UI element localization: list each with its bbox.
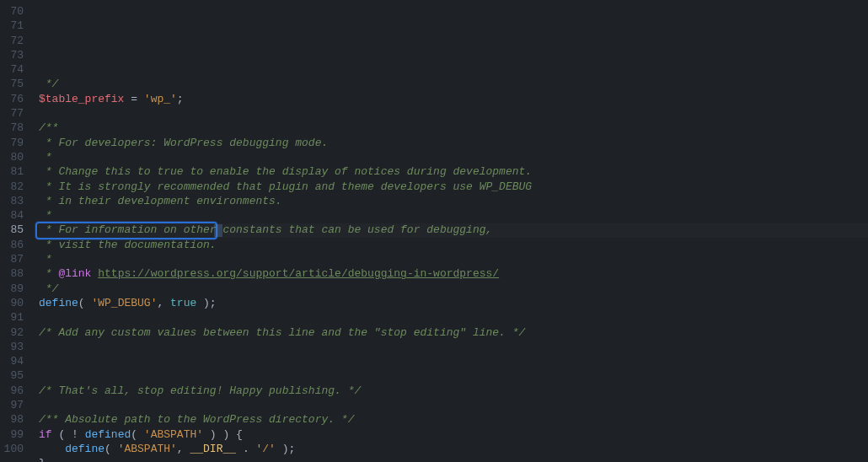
line-number: 72 <box>0 34 24 48</box>
token-comment: /* That's all, stop editing! Happy publi… <box>39 384 361 397</box>
token-string: 'ABSPATH' <box>144 428 203 441</box>
line-number: 76 <box>0 92 24 106</box>
line-number: 99 <box>0 427 24 442</box>
token-comment: */ <box>39 282 58 295</box>
token-bool: true <box>170 297 196 309</box>
line-number: 81 <box>0 164 24 179</box>
code-line[interactable]: * @link https://wordpress.org/support/ar… <box>39 266 868 281</box>
code-line[interactable]: * in their development environments. <box>39 194 868 208</box>
line-number: 98 <box>0 412 24 427</box>
line-number-gutter: 7071727374757677787980818283848586878889… <box>0 0 39 462</box>
token-punct: . <box>236 443 255 455</box>
token-comment: /** Absolute path to the WordPress direc… <box>39 413 354 426</box>
line-number: 91 <box>0 310 24 325</box>
token-func: defined <box>85 428 131 441</box>
token-punct: ) ) { <box>203 428 243 441</box>
line-number: 84 <box>0 208 24 223</box>
token-comment: * <box>39 267 58 280</box>
code-line[interactable] <box>39 398 868 412</box>
line-number: 86 <box>0 238 24 252</box>
code-line[interactable]: * visit the documentation. <box>39 238 868 252</box>
token-comment: * It is strongly recommended that plugin… <box>39 180 532 193</box>
token-const: __DIR__ <box>190 443 236 455</box>
line-number: 74 <box>0 62 24 77</box>
code-line[interactable]: $table_prefix = 'wp_'; <box>39 92 868 106</box>
code-line[interactable] <box>39 340 868 354</box>
line-number: 95 <box>0 368 24 383</box>
line-number: 96 <box>0 384 24 398</box>
code-line[interactable]: if ( ! defined( 'ABSPATH' ) ) { <box>39 427 868 442</box>
token-tag: @link <box>58 267 91 280</box>
code-line[interactable]: * For information on other constants tha… <box>39 223 868 237</box>
token-punct: ); <box>276 443 295 455</box>
token-comment: * For developers: WordPress debugging mo… <box>39 137 328 149</box>
token-keyword: if <box>39 428 52 441</box>
line-number: 78 <box>0 121 24 135</box>
line-number: 100 <box>0 442 24 456</box>
line-number: 75 <box>0 77 24 91</box>
token-comment: * <box>39 253 52 266</box>
line-number: 82 <box>0 180 24 194</box>
token-string: 'ABSPATH' <box>118 443 177 455</box>
code-line[interactable]: */ <box>39 77 868 91</box>
code-line[interactable]: define( 'WP_DEBUG', true ); <box>39 296 868 310</box>
line-number: 87 <box>0 252 24 266</box>
code-area[interactable]: */$table_prefix = 'wp_';/** * For develo… <box>39 0 868 462</box>
code-line[interactable]: * For developers: WordPress debugging mo… <box>39 136 868 150</box>
code-line[interactable]: /* That's all, stop editing! Happy publi… <box>39 384 868 398</box>
token-comment: * Change this to true to enable the disp… <box>39 165 532 178</box>
code-line[interactable]: * It is strongly recommended that plugin… <box>39 180 868 194</box>
code-editor[interactable]: 7071727374757677787980818283848586878889… <box>0 0 868 462</box>
token-var: $table_prefix <box>39 93 124 105</box>
code-line[interactable]: /* Add any custom values between this li… <box>39 325 868 340</box>
code-line[interactable]: * Change this to true to enable the disp… <box>39 164 868 179</box>
line-number: 80 <box>0 150 24 164</box>
line-number: 93 <box>0 340 24 354</box>
code-line[interactable] <box>39 354 868 368</box>
line-number: 70 <box>0 4 24 19</box>
token-punct: , <box>157 297 170 309</box>
code-line[interactable]: /** <box>39 121 868 135</box>
token-punct: , <box>177 443 190 455</box>
code-line[interactable]: define( 'ABSPATH', __DIR__ . '/' ); <box>39 442 868 456</box>
token-punct: ( ! <box>52 428 85 441</box>
token-punct: ; <box>177 93 184 105</box>
line-number: 73 <box>0 48 24 62</box>
token-punct: ( <box>131 428 144 441</box>
token-punct: ( <box>104 443 118 455</box>
code-line[interactable]: * <box>39 208 868 223</box>
token-comment: * For information on other constants tha… <box>39 223 492 236</box>
token-string: 'wp_' <box>144 93 177 105</box>
line-number: 83 <box>0 194 24 208</box>
token-string: '/' <box>255 443 275 455</box>
token-punct <box>39 443 65 455</box>
line-number: 90 <box>0 296 24 310</box>
token-func: define <box>39 297 78 309</box>
line-number: 88 <box>0 266 24 281</box>
token-comment: /* Add any custom values between this li… <box>39 326 525 339</box>
token-comment: /** <box>39 121 58 134</box>
code-line[interactable]: * <box>39 150 868 164</box>
line-number: 85 <box>0 223 24 237</box>
line-number: 92 <box>0 325 24 340</box>
token-punct: = <box>124 93 143 105</box>
code-line[interactable]: } <box>39 456 868 462</box>
token-comment: * <box>39 209 52 222</box>
code-line[interactable]: * <box>39 252 868 266</box>
code-line[interactable]: /** Absolute path to the WordPress direc… <box>39 412 868 427</box>
line-number: 71 <box>0 19 24 33</box>
token-comment: */ <box>39 78 58 90</box>
code-line[interactable] <box>39 106 868 121</box>
token-punct: } <box>39 457 46 462</box>
token-link: https://wordpress.org/support/article/de… <box>98 267 499 280</box>
code-line[interactable] <box>39 368 868 383</box>
code-line[interactable]: */ <box>39 282 868 296</box>
token-punct: ); <box>196 297 216 309</box>
line-number: 97 <box>0 398 24 412</box>
token-comment: * in their development environments. <box>39 195 282 207</box>
token-comment: * visit the documentation. <box>39 239 217 251</box>
token-func: define <box>65 443 104 455</box>
code-line[interactable] <box>39 310 868 325</box>
line-number: 89 <box>0 282 24 296</box>
token-string: 'WP_DEBUG' <box>91 297 157 309</box>
